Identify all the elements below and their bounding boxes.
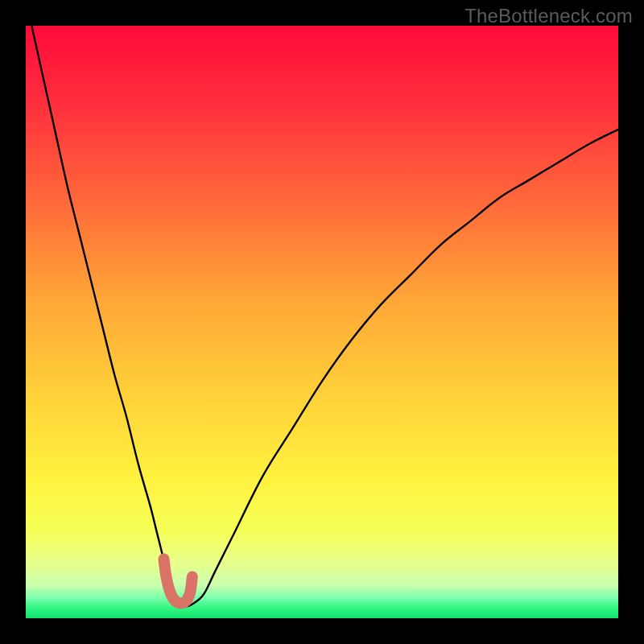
gradient-background bbox=[26, 26, 618, 618]
chart-frame bbox=[26, 26, 618, 618]
bottleneck-plot bbox=[26, 26, 618, 618]
watermark-text: TheBottleneck.com bbox=[464, 5, 633, 27]
